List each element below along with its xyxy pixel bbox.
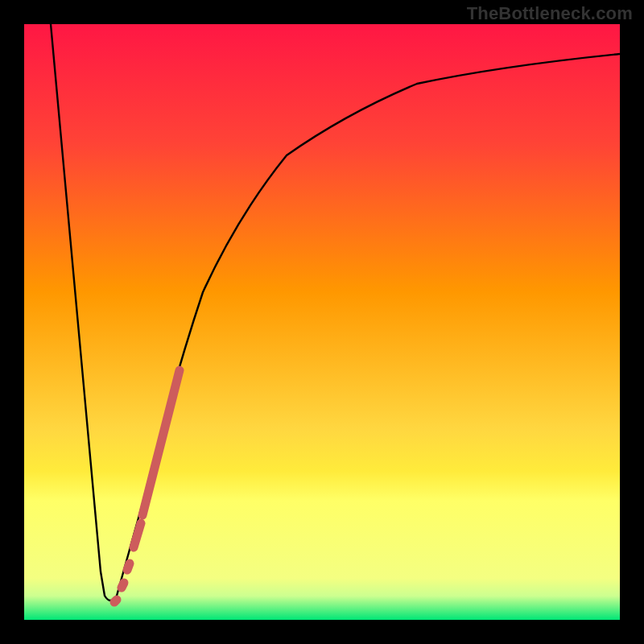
data-marker <box>114 600 117 602</box>
chart-plot-area <box>24 24 620 620</box>
data-marker <box>127 564 130 570</box>
chart-svg <box>24 24 620 620</box>
gradient-background <box>24 24 620 620</box>
watermark-text: TheBottleneck.com <box>467 3 633 24</box>
data-marker <box>122 583 124 588</box>
